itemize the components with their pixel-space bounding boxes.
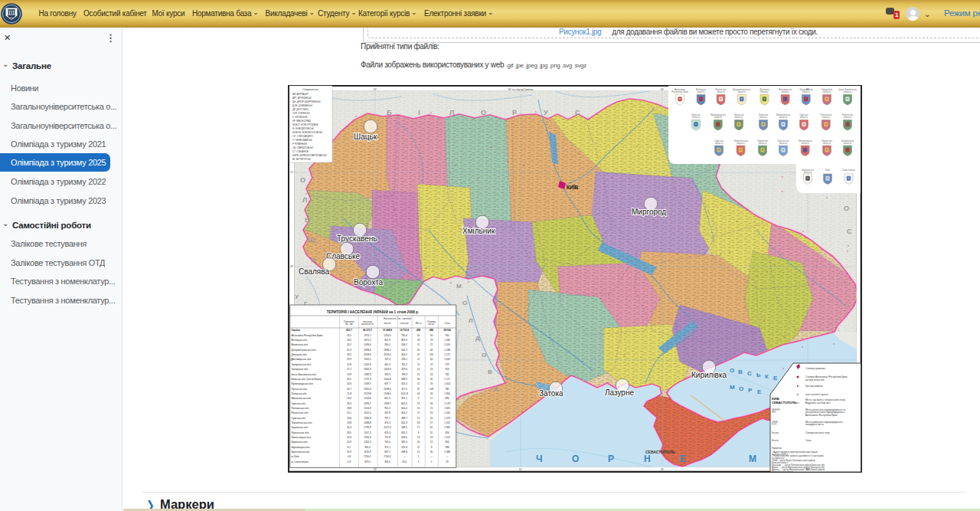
svg-text:Сумська обл.: Сумська обл. (292, 417, 306, 420)
svg-text:56: 56 (430, 334, 433, 337)
svg-text:13,8: 13,8 (347, 421, 351, 424)
svg-text:30° на схід від Гринвіча: 30° на схід від Гринвіча (508, 88, 534, 91)
svg-text:Рівненська обл.: Рівненська обл. (292, 411, 309, 414)
svg-text:812,9: 812,9 (384, 339, 390, 342)
svg-text:Україна: Україна (292, 329, 301, 332)
svg-text:1382,9: 1382,9 (364, 373, 371, 376)
svg-text:НОВОМ. НОВОМОСКОВСЬК: НОВОМ. НОВОМОСКОВСЬК (292, 131, 322, 134)
svg-text:45°: 45° (290, 359, 294, 362)
svg-text:26: 26 (430, 382, 433, 385)
svg-text:28,1: 28,1 (347, 378, 351, 381)
svg-text:ЗОР. ЗОРИНСЬК: ЗОР. ЗОРИНСЬК (292, 112, 310, 115)
svg-text:1135,9: 1135,9 (364, 450, 371, 454)
svg-text:1403,3: 1403,3 (384, 368, 391, 371)
svg-text:20: 20 (430, 417, 433, 420)
svg-text:область: область (779, 142, 788, 145)
svg-text:24,6: 24,6 (347, 397, 351, 400)
svg-text:К: К (765, 373, 769, 380)
svg-text:676,3: 676,3 (384, 431, 390, 434)
svg-text:М: М (730, 384, 735, 391)
svg-text:16: 16 (430, 411, 433, 414)
svg-text:721,8: 721,8 (384, 436, 390, 439)
svg-text:1 850: 1 850 (444, 392, 450, 395)
svg-text:область: область (759, 142, 767, 145)
svg-text:м. Київ: м. Київ (292, 455, 299, 458)
svg-text:20: 20 (417, 349, 420, 352)
svg-text:16: 16 (417, 334, 420, 337)
svg-text:44: 44 (417, 392, 420, 395)
svg-text:область: область (800, 116, 808, 119)
svg-text:Селища міського типу: Селища міського типу (805, 431, 830, 434)
svg-text:КИЇВ: КИЇВ (567, 185, 578, 190)
svg-text:область: область (735, 116, 743, 119)
svg-text:Чернігівська обл.: Чернігівська обл. (292, 450, 311, 454)
svg-text:31: 31 (430, 431, 433, 434)
svg-text:1240,5: 1240,5 (384, 334, 391, 337)
svg-text:чисельність: чисельність (361, 323, 374, 326)
svg-text:Д: Д (475, 335, 480, 342)
svg-text:Ь: Ь (305, 216, 310, 224)
svg-text:Міста: Міста (416, 322, 422, 325)
svg-text:9: 9 (418, 431, 420, 434)
svg-text:805,0: 805,0 (401, 402, 407, 405)
svg-text:31,9: 31,9 (347, 450, 351, 454)
svg-text:18: 18 (417, 339, 420, 342)
svg-text:АРТ. АРТЕМІВСЬК: АРТ. АРТЕМІВСЬК (292, 97, 312, 100)
svg-text:ТЕРИТОРІЯ І НАСЕЛЕННЯ УКРАЇНИ: ТЕРИТОРІЯ І НАСЕЛЕННЯ УКРАЇНИ на 1 січня… (327, 310, 419, 314)
svg-text:Ч: Ч (536, 454, 542, 464)
svg-text:ОЛ. ОЛЕКСАНДРІЯ: ОЛ. ОЛЕКСАНДРІЯ (292, 135, 312, 138)
svg-text:0,9: 0,9 (348, 460, 351, 464)
svg-text:585,5: 585,5 (401, 441, 407, 444)
svg-text:109: 109 (430, 388, 433, 391)
svg-text:28,5: 28,5 (347, 431, 351, 434)
svg-text:31,9: 31,9 (347, 349, 351, 352)
svg-text:Багрин: Багрин (772, 431, 779, 434)
svg-text:474,3: 474,3 (384, 421, 390, 424)
svg-text:область: область (692, 116, 701, 119)
svg-text:Івано-Франківська обл.: Івано-Франківська обл. (292, 373, 317, 376)
svg-text:11: 11 (417, 343, 420, 346)
svg-text:О: О (730, 367, 734, 374)
svg-text:Р. РОВЕНЬКИ: Р. РОВЕНЬКИ (292, 142, 307, 146)
svg-text:904,5: 904,5 (364, 446, 371, 449)
svg-text:область: область (714, 116, 723, 119)
svg-text:34: 34 (430, 392, 433, 395)
svg-text:33°: 33° (661, 468, 665, 471)
svg-text:О: О (572, 454, 579, 464)
svg-text:Села: Села (444, 322, 449, 325)
svg-text:781,2: 781,2 (401, 363, 407, 366)
svg-text:1: 1 (431, 460, 433, 464)
svg-text:920,5: 920,5 (384, 407, 390, 410)
svg-text:17: 17 (430, 397, 433, 400)
svg-text:О: О (462, 300, 467, 306)
svg-text:530,2: 530,2 (384, 343, 390, 346)
svg-text:Віддалені частини міст: Віддалені частини міст (805, 401, 831, 405)
svg-text:24: 24 (430, 373, 433, 376)
svg-text:33: 33 (430, 402, 433, 405)
svg-text:1 620: 1 620 (444, 358, 450, 361)
svg-text:Миколаївської області: Миколаївської області (772, 470, 793, 473)
svg-text:29,9: 29,9 (347, 358, 351, 361)
svg-text:Чернівецька обл.: Чернівецька обл. (292, 446, 311, 449)
svg-text:30°: 30° (519, 468, 523, 471)
svg-text:14 703,9: 14 703,9 (400, 329, 409, 332)
svg-text:С: С (747, 370, 752, 377)
svg-text:Л: Л (449, 109, 454, 116)
svg-text:Р: Р (608, 454, 614, 464)
svg-text:1524,9: 1524,9 (364, 407, 371, 410)
svg-text:1 000: 1 000 (444, 411, 450, 414)
svg-text:431,2: 431,2 (401, 431, 407, 434)
svg-text:18: 18 (417, 421, 420, 424)
svg-text:21: 21 (430, 407, 433, 410)
svg-text:1039,7: 1039,7 (364, 382, 371, 385)
svg-text:859,3: 859,3 (401, 339, 407, 342)
svg-text:2: 2 (418, 460, 420, 464)
svg-text:1 488: 1 488 (444, 450, 450, 454)
svg-text:Київ: Київ (825, 169, 830, 172)
svg-text:506,2: 506,2 (401, 343, 407, 346)
svg-text:Харківська обл.: Харківська обл. (292, 426, 309, 429)
svg-text:379,5: 379,5 (364, 460, 371, 464)
svg-text:697,1: 697,1 (384, 450, 390, 454)
svg-text:26°: 26° (374, 88, 377, 91)
svg-text:34°: 34° (661, 88, 665, 91)
